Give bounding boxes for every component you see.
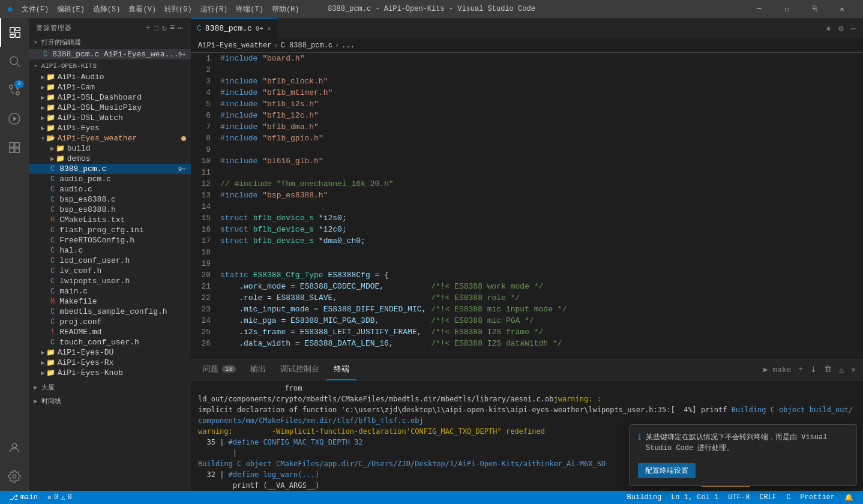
project-header[interactable]: ▾ AIPI-OPEN-KITS [29,59,191,72]
file-bsp-es8388-h[interactable]: C bsp_es8388.h [29,205,191,215]
file-cmakelists[interactable]: M CMakeLists.txt [29,215,191,225]
folder-aipi-eyes-knob[interactable]: ▶ 📁 AiPi-Eyes-Knob [29,368,191,378]
breadcrumb-part-3[interactable]: ... [341,41,355,50]
folder-dsl-dashboard[interactable]: ▶ 📁 AiPi-DSL_Dashboard [29,92,191,103]
file-main[interactable]: C main.c [29,286,191,296]
line-number: 5 [191,98,218,110]
panel-tab-output[interactable]: 输出 [243,359,273,380]
window-minimize[interactable]: ― [745,0,773,18]
file-lcd-conf[interactable]: C lcd_conf_user.h [29,256,191,266]
window-split[interactable]: ⎗ [801,0,828,18]
breadcrumb-part-1[interactable]: AiPi-Eyes_weather [198,41,271,50]
line-number: 21 [191,281,218,292]
activity-source-control[interactable]: 2 [0,76,29,104]
status-formatter[interactable]: Prettier [795,491,840,504]
activity-explorer[interactable] [0,18,29,47]
folder-aipi-cam[interactable]: ▶ 📁 AiPi-Cam [29,82,191,92]
open-file-8388[interactable]: C 8388_pcm.c AiPi-Eyes_wea... 9+ [29,49,191,59]
new-terminal-icon[interactable]: + [796,364,806,376]
file-type-icon: M [50,298,55,306]
section-shijian[interactable]: ▶ 时间线 [29,394,191,408]
activity-search[interactable] [0,47,29,76]
folder-icon: 📁 [46,348,55,357]
file-audio[interactable]: C audio.c [29,184,191,194]
file-lwipopts[interactable]: C lwipopts_user.h [29,276,191,286]
menu-goto[interactable]: 转到(G) [161,3,196,16]
panel-tab-terminal[interactable]: 终端 [326,359,356,380]
activity-account[interactable] [0,433,29,462]
file-proj-conf[interactable]: C proj.conf [29,317,191,327]
activity-debug[interactable] [0,104,29,133]
folder-aipi-eyes[interactable]: ▶ 📁 AiPi-Eyes [29,123,191,133]
panel-tab-debug-console[interactable]: 调试控制台 [273,359,326,380]
folder-build[interactable]: ▶ 📁 build [29,143,191,154]
new-file-icon[interactable]: + [145,23,151,33]
warning-icon: ⚠ [61,493,65,502]
code-line-25: 25 .i2s_frame = ES8388_LEFT_JUSTIFY_FRAM… [191,326,863,338]
tab-settings[interactable]: ⚙ [836,22,846,35]
folder-dsl-musicplay[interactable]: ▶ 📁 AiPi-DSL_MusicPlay [29,103,191,113]
folder-dsl-watch[interactable]: ▶ 📁 AiPi-DSL_Watch [29,113,191,123]
tab-close-button[interactable]: ✕ [267,25,271,32]
section-daxia[interactable]: ▶ 大厦 [29,380,191,394]
status-language[interactable]: C [781,491,795,504]
menu-file[interactable]: 文件(F) [18,3,53,16]
status-encoding[interactable]: UTF-8 [723,491,754,504]
file-flash-prog[interactable]: C flash_prog_cfg.ini [29,225,191,235]
folder-aipi-eyes-du[interactable]: ▶ 📁 AiPi-Eyes-DU [29,347,191,358]
filename: lwipopts_user.h [59,277,130,286]
file-8388-pcm[interactable]: C 8388_pcm.c 9+ [29,164,191,174]
activity-extensions[interactable] [0,133,29,162]
menu-run[interactable]: 运行(R) [197,3,232,16]
file-hal[interactable]: C hal.c [29,245,191,256]
tab-split-editor[interactable]: ⎈ [824,22,834,35]
line-number: 14 [191,201,218,212]
file-touch-conf[interactable]: C touch_conf_user.h [29,337,191,347]
code-line-5: 5 #include "bflb_i2s.h" [191,98,863,110]
activity-settings[interactable] [0,462,29,491]
status-ln-col[interactable]: Ln 1, Col 1 [666,491,723,504]
panel-tab-problems[interactable]: 问题 18 [196,359,243,380]
window-maximize[interactable]: ☐ [773,0,801,18]
folder-name: AiPi-Eyes-DU [58,348,114,357]
refresh-icon[interactable]: ↻ [161,23,167,33]
file-bsp-es8388-c[interactable]: C bsp_es8388.c [29,194,191,205]
menu-select[interactable]: 选择(S) [89,3,124,16]
menu-terminal[interactable]: 终端(T) [232,3,267,16]
status-errors[interactable]: ✕ 0 ⚠ 0 [43,491,77,504]
status-notifications[interactable]: 🔔 [840,491,858,504]
folder-demos[interactable]: ▶ 📁 demos [29,154,191,164]
file-readme[interactable]: ! README.md [29,327,191,337]
file-makefile[interactable]: M Makefile [29,296,191,307]
eol-label: CRLF [759,493,777,502]
tab-more[interactable]: ⋯ [849,22,858,35]
editor-tab-8388[interactable]: C 8388_pcm.c 9+ ✕ [191,18,278,39]
collapse-icon[interactable]: ≡ [170,23,176,33]
file-freertos[interactable]: C FreeRTOSConfig.h [29,235,191,245]
maximize-panel-icon[interactable]: △ [837,364,846,376]
breadcrumb-part-2[interactable]: C 8388_pcm.c [281,41,332,50]
window-close[interactable]: ✕ [828,0,856,18]
menu-edit[interactable]: 编辑(E) [53,3,88,16]
close-panel-icon[interactable]: ✕ [849,364,858,376]
menu-view[interactable]: 查看(V) [125,3,160,16]
status-building[interactable]: Building [622,491,667,504]
new-folder-icon[interactable]: ❐ [154,23,160,33]
code-editor[interactable]: 1 #include "board.h" 2 3 #include "bflb_… [191,53,863,359]
status-branch[interactable]: ⎇ main [5,491,43,504]
folder-aipi-audio[interactable]: ▶ 📁 AiPi-Audio [29,72,191,82]
status-eol[interactable]: CRLF [754,491,781,504]
kill-terminal-icon[interactable]: 🗑 [822,364,834,376]
folder-aipi-eyes-weather[interactable]: ▾ 📂 AiPi-Eyes_weather [29,133,191,143]
folder-icon: 📁 [46,124,55,133]
folder-aipi-eyes-rx[interactable]: ▶ 📁 AiPi-Eyes-Rx [29,358,191,368]
tab-filename: 8388_pcm.c [205,24,252,33]
menu-help[interactable]: 帮助(H) [268,3,303,16]
more-actions-icon[interactable]: ⋯ [178,23,184,33]
split-terminal-icon[interactable]: ⤓ [808,364,819,376]
file-lv-conf[interactable]: C lv_conf.h [29,266,191,276]
file-mbedtls[interactable]: C mbedtls_sample_config.h [29,307,191,317]
file-audio-pcm[interactable]: C audio_pcm.c [29,174,191,184]
configure-terminal-button[interactable]: 配置终端设置 [638,463,696,478]
open-editors-header[interactable]: ▾ 打开的编辑器 [29,35,191,49]
